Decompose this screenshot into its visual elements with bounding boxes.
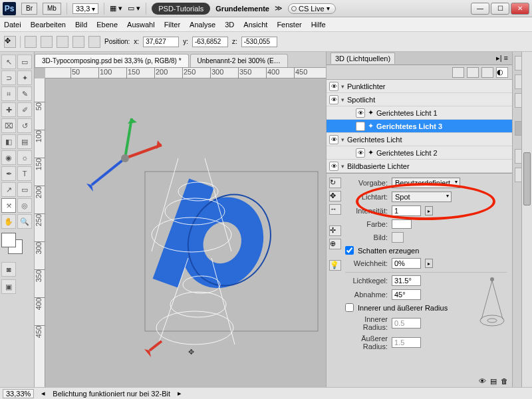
heal-tool[interactable]: ✚ xyxy=(1,102,16,117)
lichtkegel-input[interactable] xyxy=(392,275,421,286)
shape-tool[interactable]: ▭ xyxy=(17,182,32,197)
dodge-tool[interactable]: ☼ xyxy=(17,150,32,165)
tree-licht-2[interactable]: 👁✦Gerichtetes Licht 2 xyxy=(327,146,512,160)
delete-light-icon[interactable]: 🗑 xyxy=(501,377,508,386)
lasso-tool[interactable]: ⊃ xyxy=(1,70,16,85)
tree-punktlichter[interactable]: 👁▾Punktlichter xyxy=(327,80,512,93)
eyedrop-tool[interactable]: ✎ xyxy=(17,86,32,101)
eye-icon[interactable]: 👁 xyxy=(329,95,338,104)
menu-fenster[interactable]: Fenster xyxy=(277,21,301,29)
orbit-icon[interactable] xyxy=(41,36,53,48)
schatten-checkbox[interactable] xyxy=(345,246,354,255)
screenmode-toggle[interactable]: ▣ xyxy=(1,279,16,294)
panel-menu-icon[interactable]: ▸| ≡ xyxy=(496,54,508,63)
type-tool[interactable]: T xyxy=(17,166,32,181)
tree-spotlicht[interactable]: 👁▾Spotlicht xyxy=(327,93,512,106)
menu-filter[interactable]: Filter xyxy=(164,21,180,29)
z-input[interactable] xyxy=(241,37,277,47)
tree-bildbasiert[interactable]: 👁▾Bildbasierte Lichter xyxy=(327,160,512,173)
gradient-tool[interactable]: ▤ xyxy=(17,134,32,149)
weichheit-step[interactable]: ▸ xyxy=(425,259,433,268)
tool-light-rotate-icon[interactable]: ↻ xyxy=(329,178,341,188)
tool-origin-icon[interactable]: ⊕ xyxy=(329,239,341,249)
screen-icon[interactable]: ▭ ▾ xyxy=(128,4,140,13)
eye-icon[interactable]: 👁 xyxy=(356,148,365,158)
doc-tab-1[interactable]: 3D-Typocomposing.psd bei 33,3% (p, RGB/8… xyxy=(35,54,189,67)
tool-preset-icon[interactable]: ✥ xyxy=(4,36,16,48)
eye-icon[interactable]: 👁 xyxy=(329,135,338,144)
status-prev-icon[interactable]: ◂ xyxy=(39,389,47,398)
menu-ansicht[interactable]: Ansicht xyxy=(243,21,267,29)
move-tool[interactable]: ↖ xyxy=(1,55,16,69)
weichheit-input[interactable] xyxy=(392,258,421,269)
tree-licht-3[interactable]: 👁✦Gerichtetes Licht 3 xyxy=(327,120,512,133)
new-light-icon[interactable]: ▤ xyxy=(490,377,497,386)
maximize-button[interactable]: ☐ xyxy=(491,3,509,15)
tool-light-pan-icon[interactable]: ✥ xyxy=(329,191,341,201)
view-icon[interactable]: ▦ ▾ xyxy=(110,4,122,13)
eraser-tool[interactable]: ◧ xyxy=(1,134,16,149)
eye-icon[interactable]: 👁 xyxy=(356,108,365,118)
eye-icon[interactable]: 👁 xyxy=(329,82,338,91)
tree-gerichtetes[interactable]: 👁▾Gerichtetes Licht xyxy=(327,133,512,146)
fg-swatch[interactable] xyxy=(1,233,16,247)
menu-3d[interactable]: 3D xyxy=(225,21,234,29)
3d-object-tool[interactable]: ⤧ xyxy=(1,198,16,213)
home-icon[interactable] xyxy=(25,36,37,48)
path-tool[interactable]: ↗ xyxy=(1,182,16,197)
marquee-tool[interactable]: ▭ xyxy=(17,55,32,69)
status-next-icon[interactable]: ▸ xyxy=(176,389,184,398)
radius-checkbox[interactable] xyxy=(345,303,354,312)
tool-point-at-icon[interactable]: ✢ xyxy=(329,225,341,236)
canvas[interactable]: ✥ xyxy=(45,78,326,387)
menu-datei[interactable]: Datei xyxy=(4,21,21,29)
hand-tool[interactable]: ✋ xyxy=(1,214,16,229)
move-icon[interactable] xyxy=(88,36,100,48)
pen-tool[interactable]: ✒ xyxy=(1,166,16,181)
menu-bild[interactable]: Bild xyxy=(75,21,87,29)
toggle-lights-icon[interactable]: 👁 xyxy=(479,377,486,386)
bridge-button[interactable]: Br xyxy=(21,3,37,15)
minibridge-button[interactable]: Mb xyxy=(43,3,61,15)
tool-light-type-icon[interactable]: 💡 xyxy=(329,260,341,271)
pan-icon[interactable] xyxy=(57,36,68,48)
vorgabe-select[interactable]: Benutzerdefiniert xyxy=(392,178,460,188)
intensitaet-input[interactable] xyxy=(392,205,421,216)
3d-camera-tool[interactable]: ◎ xyxy=(17,198,32,213)
history-tool[interactable]: ↺ xyxy=(17,118,32,133)
eye-icon[interactable]: 👁 xyxy=(329,162,338,171)
menu-bearbeiten[interactable]: Bearbeiten xyxy=(31,21,66,29)
doc-group-pill[interactable]: PSD-Tutorials xyxy=(152,3,210,15)
filter-light-icon[interactable]: ◐ xyxy=(496,67,508,78)
panel-tab-3d[interactable]: 3D (Lichtquellen) ▸| ≡ xyxy=(327,52,512,65)
scale-icon[interactable] xyxy=(72,36,84,48)
tree-licht-1[interactable]: 👁✦Gerichtetes Licht 1 xyxy=(327,106,512,120)
menu-ebene[interactable]: Ebene xyxy=(96,21,118,29)
brush-tool[interactable]: ✐ xyxy=(17,102,32,117)
close-button[interactable]: ✕ xyxy=(511,3,529,15)
status-zoom[interactable]: 33,33% xyxy=(3,389,34,398)
menu-analyse[interactable]: Analyse xyxy=(190,21,215,29)
eye-icon[interactable]: 👁 xyxy=(356,122,365,131)
filter-scene-icon[interactable] xyxy=(452,67,464,78)
filter-mesh-icon[interactable] xyxy=(467,67,479,78)
zoom-tool[interactable]: 🔍 xyxy=(17,214,32,229)
lichtart-select[interactable]: Spot xyxy=(392,192,452,202)
menu-hilfe[interactable]: Hilfe xyxy=(311,21,326,29)
zoom-select[interactable]: 33,3 ▾ xyxy=(72,3,98,14)
stamp-tool[interactable]: ⌧ xyxy=(1,118,16,133)
color-swatches[interactable] xyxy=(1,233,28,259)
filter-material-icon[interactable] xyxy=(481,67,493,78)
minimize-button[interactable]: — xyxy=(471,3,489,15)
tool-light-slide-icon[interactable]: ↔ xyxy=(329,204,341,215)
intensitaet-step[interactable]: ▸ xyxy=(425,206,433,215)
more-icon[interactable]: ≫ xyxy=(275,4,283,13)
wand-tool[interactable]: ✦ xyxy=(17,70,32,85)
x-input[interactable] xyxy=(143,37,179,47)
crop-tool[interactable]: ⌗ xyxy=(1,86,16,101)
y-input[interactable] xyxy=(192,37,228,47)
blur-tool[interactable]: ◉ xyxy=(1,150,16,165)
farbe-swatch[interactable] xyxy=(392,219,412,229)
menu-auswahl[interactable]: Auswahl xyxy=(127,21,155,29)
cslive-button[interactable]: CS Live ▾ xyxy=(288,3,336,14)
